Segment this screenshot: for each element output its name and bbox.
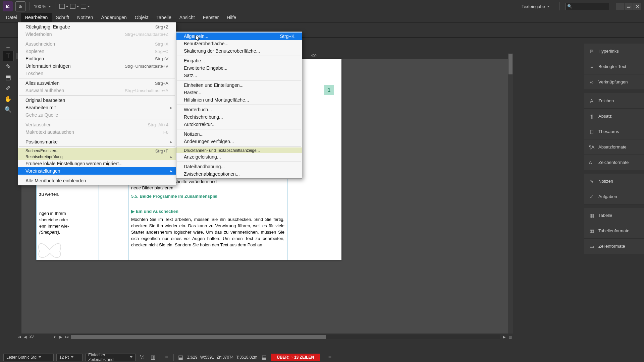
menu-item[interactable]: Positionsmarke <box>18 138 176 145</box>
vertical-scrollbar[interactable] <box>508 53 513 340</box>
notes-icon: ✎ <box>588 179 595 184</box>
view-mode-button-1[interactable] <box>59 2 69 11</box>
info-button[interactable]: ⬓ <box>176 354 184 361</box>
submenu-item[interactable]: Einheiten und Einteilungen... <box>176 81 302 89</box>
panel-absatz[interactable]: ¶Absatz <box>584 109 644 124</box>
menu-item: Gehe zu Quelle <box>18 111 176 119</box>
panel-aufgaben[interactable]: ✓Aufgaben <box>584 189 644 204</box>
hand-tool[interactable]: ✋ <box>3 94 13 104</box>
menu-item[interactable]: Alles auswählenStrg+A <box>18 79 176 87</box>
menu-objekt[interactable]: Objekt <box>131 13 152 22</box>
page-field[interactable]: 23 <box>28 334 52 340</box>
position-tool[interactable]: ⬒ <box>3 72 13 82</box>
zoom-tool[interactable]: 🔍 <box>3 105 13 115</box>
menu-button-1[interactable]: ≡ <box>163 354 171 361</box>
font-size-combo[interactable]: 12 Pt <box>56 354 83 361</box>
last-page-button[interactable]: ⏭ <box>64 334 70 340</box>
panel-thesaurus[interactable]: ⎕Thesaurus <box>584 124 644 139</box>
font-combo[interactable]: Letter Gothic Std <box>3 354 54 361</box>
bridge-button[interactable]: Br <box>15 1 25 11</box>
submenu-item[interactable]: Raster... <box>176 89 302 96</box>
panel-notizen[interactable]: ✎Notizen <box>584 174 644 189</box>
submenu-item[interactable]: Dateihandhabung... <box>176 163 302 170</box>
body-text: sbereiche oder <box>39 217 96 223</box>
zoom-combo[interactable]: 100 % <box>34 4 51 9</box>
submenu-item[interactable]: Satz... <box>176 72 302 79</box>
columns-button[interactable]: ½ <box>138 354 146 361</box>
submenu-item[interactable]: Wörterbuch... <box>176 106 302 113</box>
submenu-item[interactable]: Hilfslinien und Montagefläche... <box>176 96 302 104</box>
menu-tabelle[interactable]: Tabelle <box>152 13 175 22</box>
menu-button-2[interactable]: ≡ <box>326 354 334 361</box>
view-mode-button-3[interactable] <box>81 2 90 11</box>
panel-absatzformate[interactable]: ¶AAbsatzformate <box>584 139 644 155</box>
body-text: Möchten Sie im Text arbeiten, müssen Sie… <box>131 217 284 248</box>
menu-item[interactable]: Voreinstellungen <box>18 167 176 175</box>
paragraph-icon: ¶ <box>588 114 595 119</box>
submenu-item[interactable]: Anzeigeleistung... <box>176 153 302 161</box>
menu-item[interactable]: Unformatiert einfügenStrg+Umschalttaste+… <box>18 62 176 70</box>
restore-button[interactable]: ▭ <box>625 3 633 10</box>
submenu-item[interactable]: Änderungen verfolgen... <box>176 138 302 145</box>
right-panel-dock: ⎘Hyperlinks ≡Bedingter Text ∞Verknüpfung… <box>584 44 644 254</box>
panel-hyperlinks[interactable]: ⎘Hyperlinks <box>584 44 644 59</box>
menu-item: AusschneidenStrg+X <box>18 40 176 48</box>
submenu-item[interactable]: Erweiterte Eingabe... <box>176 64 302 72</box>
panel-zellenformate[interactable]: ▭Zellenformate <box>584 239 644 254</box>
submenu-item[interactable]: Rechtschreibung... <box>176 113 302 121</box>
submenu-item[interactable]: Zwischenablageoptionen... <box>176 170 302 178</box>
body-text: ngen in Ihrem <box>39 210 96 217</box>
horizontal-scrollbar[interactable] <box>71 335 500 339</box>
panel-zeichen[interactable]: AZeichen <box>584 93 644 109</box>
type-tool[interactable]: T <box>3 51 13 61</box>
scroll-right-button[interactable]: ▶ <box>501 334 507 340</box>
menu-datei[interactable]: Datei <box>2 13 21 22</box>
submenu-item[interactable]: Druckfahnen- und Textabschnittsanzeige..… <box>176 147 302 153</box>
page-dropdown[interactable]: ▾ <box>52 334 58 340</box>
menu-item[interactable]: EinfügenStrg+V <box>18 55 176 62</box>
menu-item[interactable]: Original bearbeiten <box>18 97 176 104</box>
menu-item[interactable]: Alle Menübefehle einblenden <box>18 177 176 184</box>
view-mode-button-2[interactable] <box>70 2 79 11</box>
note-tool[interactable]: ✎ <box>3 62 13 72</box>
first-page-button[interactable]: ⏮ <box>16 334 22 340</box>
menu-schrift[interactable]: Schrift <box>52 13 73 22</box>
align-button[interactable]: ▥ <box>149 354 157 361</box>
submenu-item[interactable]: Skalierung der Benutzeroberfläche... <box>176 47 302 55</box>
minimize-button[interactable]: — <box>616 3 624 10</box>
close-button[interactable]: ✕ <box>633 3 641 10</box>
prev-page-button[interactable]: ◀ <box>22 334 28 340</box>
menu-item[interactable]: Frühere lokale Einstellungen werden migr… <box>18 160 176 167</box>
submenu-item[interactable]: Eingabe... <box>176 57 302 64</box>
menu-item: Löschen <box>18 70 176 77</box>
submenu-item[interactable]: Allgemein...Strg+K <box>176 33 302 40</box>
submenu-item[interactable]: Autokorrektur... <box>176 121 302 128</box>
copyfit-button[interactable]: ⬓ <box>260 354 268 361</box>
panel-verknuepfungen[interactable]: ∞Verknüpfungen <box>584 74 644 90</box>
menu-bearbeiten[interactable]: Bearbeiten <box>21 13 52 22</box>
panel-tabellenformate[interactable]: ▦Tabellenformate <box>584 223 644 239</box>
submenu-item[interactable]: Notizen... <box>176 130 302 138</box>
menu-ansicht[interactable]: Ansicht <box>175 13 199 22</box>
workspace-switcher[interactable]: Texteingabe <box>518 3 553 10</box>
menu-aenderungen[interactable]: Änderungen <box>97 13 131 22</box>
menu-item[interactable]: Rechtschreibprüfung <box>18 154 176 160</box>
panel-tabelle[interactable]: ▦Tabelle <box>584 208 644 223</box>
conditional-text-icon: ≡ <box>588 64 595 69</box>
menu-item[interactable]: Bearbeiten mit <box>18 104 176 111</box>
menu-item[interactable]: Suchen/Ersetzen...Strg+F <box>18 148 176 154</box>
leading-combo[interactable]: Einfacher Zeilenabstand <box>85 354 136 361</box>
search-box[interactable]: 🔍 <box>566 3 609 10</box>
menu-hilfe[interactable]: Hilfe <box>223 13 240 22</box>
next-page-button[interactable]: ▶ <box>58 334 64 340</box>
panel-bedingter-text[interactable]: ≡Bedingter Text <box>584 59 644 74</box>
split-view-button[interactable]: ▥ <box>507 334 513 340</box>
menu-notizen[interactable]: Notizen <box>73 13 97 22</box>
zoom-value: 100 % <box>34 4 46 9</box>
submenu-item[interactable]: Benutzeroberfläche... <box>176 40 302 47</box>
panel-zeichenformate[interactable]: A_Zeichenformate <box>584 155 644 170</box>
menu-item[interactable]: Rückgängig: EingabeStrg+Z <box>18 23 176 31</box>
hyperlinks-icon: ⎘ <box>588 49 595 54</box>
eyedropper-tool[interactable]: ✐ <box>3 83 13 93</box>
menu-fenster[interactable]: Fenster <box>199 13 223 22</box>
